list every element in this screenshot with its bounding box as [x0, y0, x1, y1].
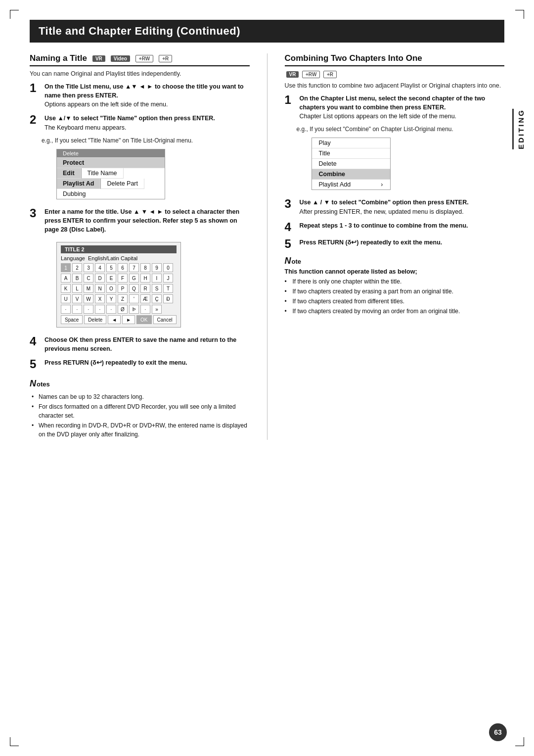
menu-box-left: Delete Protect Edit Title Name Playlist …	[56, 149, 165, 199]
kb-key-dot4[interactable]: ·	[95, 305, 105, 314]
kb-key-Q[interactable]: Q	[129, 284, 139, 293]
kb-left-key[interactable]: ◄	[108, 315, 121, 324]
badge-plusrw: +RW	[135, 55, 153, 62]
step-5-content: Press RETURN (δ↩) repeatedly to exit the…	[44, 358, 250, 367]
kb-delete-key[interactable]: Delete	[84, 315, 106, 324]
kb-key-S[interactable]: S	[152, 284, 162, 293]
notes-header-left: Notes	[30, 377, 250, 390]
menu-item-protect: Protect	[57, 158, 165, 168]
kb-key-1[interactable]: 1	[61, 263, 71, 272]
kb-key-B[interactable]: B	[72, 274, 82, 283]
kb-key-F[interactable]: F	[118, 274, 128, 283]
menu-item-delete-top: Delete	[57, 149, 165, 158]
kb-key-2[interactable]: 2	[72, 263, 82, 272]
kb-right-key[interactable]: ►	[122, 315, 135, 324]
menu-box-right: Play Title Delete Combine Playlist Add	[312, 138, 391, 190]
kb-key-ae[interactable]: Æ	[140, 294, 150, 303]
kb-key-V[interactable]: V	[72, 294, 82, 303]
step-2: 2 Use ▲/▼ to select "Title Name" option …	[30, 114, 250, 132]
step-1-content: On the Title List menu, use ▲▼ ◄ ► to ch…	[44, 82, 250, 109]
note-bullet-3: •	[32, 421, 37, 439]
kb-key-C[interactable]: C	[84, 274, 93, 283]
keyboard-bottom-row: Space Delete ◄ ► OK Cancel	[61, 315, 177, 324]
keyboard-title: TITLE 2	[61, 245, 177, 253]
eg-text-left: e.g., If you select "Title Name" on Titl…	[42, 137, 250, 144]
menu-row-edit: Edit Title Name	[57, 168, 165, 179]
step-4-num: 4	[30, 335, 41, 347]
kb-key-L[interactable]: L	[72, 284, 82, 293]
kb-key-0[interactable]: 0	[163, 263, 173, 272]
kb-key-N[interactable]: N	[95, 284, 105, 293]
naming-a-title-header: Naming a Title VR Video +RW +R	[30, 53, 250, 66]
right-step-4: 4 Repeat steps 1 - 3 to continue to comb…	[285, 221, 505, 233]
kb-key-P[interactable]: P	[118, 284, 128, 293]
kb-key-M[interactable]: M	[84, 284, 93, 293]
kb-key-H[interactable]: H	[140, 274, 150, 283]
keyboard-row-u: U V W X Y Z ' Æ Ç Ð	[61, 294, 177, 303]
kb-key-5[interactable]: 5	[106, 263, 116, 272]
kb-key-Y[interactable]: Y	[106, 294, 116, 303]
note-item-1: • Names can be up to 32 characters long.	[30, 392, 250, 401]
note-text-1: Names can be up to 32 characters long.	[39, 392, 144, 401]
note-bullet-2: •	[32, 402, 37, 420]
kb-key-dot3[interactable]: ·	[84, 305, 93, 314]
kb-key-T[interactable]: T	[163, 284, 173, 293]
kb-key-dot[interactable]: ·	[61, 305, 71, 314]
step-1-num: 1	[30, 82, 41, 94]
step-5: 5 Press RETURN (δ↩) repeatedly to exit t…	[30, 358, 250, 370]
keyboard-row-a: A B C D E F G H I J	[61, 274, 177, 283]
kb-key-dot2[interactable]: ·	[72, 305, 82, 314]
kb-ok-key[interactable]: OK	[136, 315, 151, 324]
kb-key-7[interactable]: 7	[129, 263, 139, 272]
kb-key-oslash[interactable]: Ø	[118, 305, 128, 314]
kb-key-K[interactable]: K	[61, 284, 71, 293]
right-step-3: 3 Use ▲ / ▼ to select "Combine" option t…	[285, 198, 505, 216]
kb-key-c-spec[interactable]: Ç	[152, 294, 162, 303]
note-bullet-1: •	[32, 392, 37, 401]
kb-key-G[interactable]: G	[129, 274, 139, 283]
note-right-list: If there is only one chapter within the …	[285, 277, 505, 316]
kb-cancel-key[interactable]: Cancel	[153, 315, 177, 324]
combining-chapters-header: Combining Two Chapters Into One	[285, 53, 505, 66]
combining-title-label: Combining Two Chapters Into One	[285, 53, 422, 63]
kb-key-8[interactable]: 8	[140, 263, 150, 272]
kb-key-J[interactable]: J	[163, 274, 173, 283]
kb-key-dot5[interactable]: ·	[106, 305, 116, 314]
step-3-content: Enter a name for the title. Use ▲ ▼ ◄ ► …	[44, 207, 250, 234]
kb-key-E[interactable]: E	[106, 274, 116, 283]
kb-key-dot6[interactable]: ·	[140, 305, 150, 314]
kb-key-R[interactable]: R	[140, 284, 150, 293]
kb-key-apos[interactable]: '	[129, 294, 139, 303]
kb-key-4[interactable]: 4	[95, 263, 105, 272]
kb-key-D[interactable]: D	[95, 274, 105, 283]
combining-intro: Use this function to combine two adjacen…	[285, 82, 505, 89]
keyboard-box: TITLE 2 Language English/Latin Capital 1…	[56, 242, 181, 328]
kb-key-O[interactable]: O	[106, 284, 116, 293]
kb-key-9[interactable]: 9	[152, 263, 162, 272]
menu-item-right-play: Play	[312, 138, 390, 148]
kb-key-W[interactable]: W	[84, 294, 93, 303]
right-step-1-num: 1	[285, 94, 296, 106]
kb-key-eth[interactable]: Ð	[163, 294, 173, 303]
keyboard-lang-label: Language	[61, 255, 85, 261]
kb-key-U[interactable]: U	[61, 294, 71, 303]
note-text-3: When recording in DVD-R, DVD+R or DVD+RW…	[39, 421, 250, 439]
kb-key-A[interactable]: A	[61, 274, 71, 283]
kb-key-3[interactable]: 3	[84, 263, 93, 272]
step-2-num: 2	[30, 114, 41, 126]
kb-key-6[interactable]: 6	[118, 263, 128, 272]
kb-key-raquo[interactable]: »	[152, 305, 162, 314]
step-5-num: 5	[30, 358, 41, 370]
kb-key-I[interactable]: I	[152, 274, 162, 283]
step-1: 1 On the Title List menu, use ▲▼ ◄ ► to …	[30, 82, 250, 109]
right-step-5: 5 Press RETURN (δ↩) repeatedly to exit t…	[285, 238, 505, 250]
badge-plusr: +R	[159, 55, 172, 62]
kb-key-Z[interactable]: Z	[118, 294, 128, 303]
kb-key-thorn[interactable]: Þ	[129, 305, 139, 314]
kb-key-X[interactable]: X	[95, 294, 105, 303]
right-column: Combining Two Chapters Into One VR +RW +…	[285, 53, 505, 440]
menu-cell-title-name: Title Name	[81, 168, 124, 179]
kb-space-key[interactable]: Space	[61, 315, 83, 324]
keyboard-row-special: · · · · · Ø Þ · »	[61, 305, 177, 314]
right-step-4-num: 4	[285, 221, 296, 233]
